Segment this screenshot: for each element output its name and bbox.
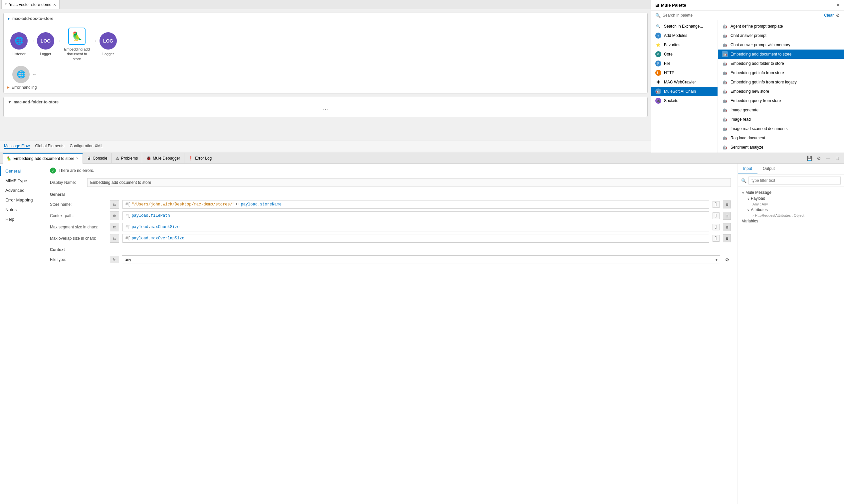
flow-header-2[interactable]: ▼ mac-add-folder-to-store: [8, 100, 643, 104]
palette-right-embed-get-info[interactable]: 🤖 Embedding get info from store: [718, 68, 844, 77]
palette-right-sentiment[interactable]: 🤖 Sentiment analyze: [718, 143, 844, 152]
tab-embedding-config[interactable]: 🦜 Embedding add document to store ✕: [3, 153, 83, 164]
file-type-expr-icon[interactable]: ⚙: [724, 256, 731, 263]
rag-icon: 🤖: [722, 135, 728, 141]
embed-get-legacy-label: Embedding get info from store legacy: [730, 80, 797, 85]
palette-item-sockets[interactable]: 🔌 Sockets: [651, 96, 718, 105]
palette-clear-btn[interactable]: Clear: [824, 13, 834, 18]
palette-item-core[interactable]: ⚙ Core: [651, 50, 718, 59]
flow-name-1: mac-add-doc-to-store: [12, 16, 53, 21]
palette-right-image-scan[interactable]: 🤖 Image read scanned documents: [718, 124, 844, 133]
tab-debugger[interactable]: 🐞 Mule Debugger: [142, 153, 184, 164]
nav-general[interactable]: General: [0, 166, 43, 176]
back-arrow-row: 🌐 ←: [7, 66, 644, 83]
palette-right-tools-ai[interactable]: 🤖 Tools use ai service: [718, 152, 844, 152]
tab-problems[interactable]: ⚠ Problems: [111, 153, 142, 164]
tab-error-log[interactable]: ❗ Error Log: [184, 153, 216, 164]
nav-mime-type[interactable]: MIME Type: [0, 176, 43, 185]
palette-item-search-exchange[interactable]: 🔍 Search in Exchange...: [651, 22, 718, 31]
nav-advanced[interactable]: Advanced: [0, 185, 43, 195]
form-row-max-segment: Max segment size in chars: fx #[ payload…: [50, 223, 731, 231]
tab-error-icon: ❗: [188, 156, 193, 161]
tab-embed-close[interactable]: ✕: [76, 157, 79, 160]
tree-payload[interactable]: ∨ Payload: [746, 196, 841, 201]
max-overlap-map-btn[interactable]: ⊞: [723, 234, 731, 242]
tree-http-attrs: › HttpRequestAttributes : Object: [751, 213, 841, 218]
palette-item-file[interactable]: F File: [651, 59, 718, 68]
palette-right-rag[interactable]: 🤖 Rag load document: [718, 133, 844, 143]
nav-notes[interactable]: Notes: [0, 205, 43, 214]
palette-item-add-modules[interactable]: + Add Modules: [651, 31, 718, 40]
store-name-field[interactable]: #[ "/Users/john.wick/Desktop/mac-demo/st…: [122, 200, 709, 209]
palette-right-agent-prompt[interactable]: 🤖 Agent define prompt template: [718, 22, 844, 31]
palette-item-http[interactable]: H HTTP: [651, 68, 718, 77]
tab-global-elements[interactable]: Global Elements: [35, 144, 64, 149]
palette-item-mac-webcrawler[interactable]: 🕷 MAC WebCrawler: [651, 77, 718, 87]
flow-node-logger1[interactable]: LOG Logger: [37, 32, 54, 56]
palette-gear-icon[interactable]: ⚙: [836, 13, 840, 18]
canvas-bottom-tabs: Message Flow Global Elements Configurati…: [0, 141, 651, 151]
palette-right-embed-query[interactable]: 🤖 Embedding query from store: [718, 96, 844, 105]
embed-add-folder-label: Embedding add folder to store: [730, 61, 784, 66]
file-type-fx-toggle[interactable]: fx: [110, 256, 119, 263]
right-tab-input[interactable]: Input: [738, 164, 757, 174]
maximize-btn[interactable]: □: [833, 154, 841, 162]
right-tab-output[interactable]: Output: [757, 164, 780, 174]
display-name-input[interactable]: [87, 178, 731, 187]
canvas-main-tab[interactable]: * *mac-vector-store-demo ✕: [1, 0, 59, 9]
sentiment-icon: 🤖: [722, 144, 728, 150]
palette-item-mulesoft-ai[interactable]: 🤖 MuleSoft AI Chain: [651, 87, 718, 96]
palette-right-embed-new[interactable]: 🤖 Embedding new store: [718, 87, 844, 96]
tree-variables[interactable]: Variables: [740, 218, 841, 224]
save-btn[interactable]: 💾: [805, 154, 813, 162]
context-path-map-btn[interactable]: ⊞: [723, 212, 731, 220]
canvas-tab-modified: *: [5, 2, 7, 7]
nav-error-mapping[interactable]: Error Mapping: [0, 195, 43, 205]
palette-right-image-generate[interactable]: 🤖 Image generate: [718, 105, 844, 115]
nav-help[interactable]: Help: [0, 214, 43, 224]
context-path-field[interactable]: #[ payload.filePath: [122, 212, 709, 220]
file-type-select[interactable]: any: [122, 255, 720, 264]
max-segment-field[interactable]: #[ payload.maxChunkSize: [122, 223, 709, 231]
right-panel-tabs: Input Output: [738, 164, 844, 175]
max-segment-expr-btn[interactable]: fx: [110, 223, 119, 231]
minimize-btn[interactable]: —: [824, 154, 832, 162]
max-overlap-expr-btn[interactable]: fx: [110, 234, 119, 243]
core-label: Core: [664, 52, 673, 56]
store-name-expr-btn[interactable]: fx: [110, 200, 119, 209]
form-row-max-overlap: Max overlap size in chars: fx #[ payload…: [50, 234, 731, 243]
palette-right-chat-prompt[interactable]: 🤖 Chat answer prompt: [718, 31, 844, 40]
tab-embed-icon: 🦜: [7, 156, 12, 161]
image-generate-label: Image generate: [730, 108, 758, 112]
tree-attributes[interactable]: ∨ Attributes: [746, 207, 841, 213]
tree-arrow-http: ›: [753, 214, 754, 217]
palette-item-favorites[interactable]: ⭐ Favorites: [651, 40, 718, 50]
palette-right-embed-get-legacy[interactable]: 🤖 Embedding get info from store legacy: [718, 77, 844, 87]
filter-box: 🔍: [738, 175, 844, 187]
palette-search-input[interactable]: [662, 13, 822, 18]
file-type-label: File type:: [50, 257, 106, 262]
palette-right-chat-memory[interactable]: 🤖 Chat answer prompt with memory: [718, 40, 844, 50]
config-btn[interactable]: ⚙: [815, 154, 823, 162]
palette-close-icon[interactable]: ✕: [836, 3, 840, 8]
tree-mule-message[interactable]: ∨ Mule Message: [740, 190, 841, 196]
palette-right-embed-add-doc[interactable]: 🤖 Embedding add document to store: [718, 50, 844, 59]
store-name-map-btn[interactable]: ⊞: [723, 200, 731, 209]
flow-nodes-1: 🌐 Listener → LOG Logger → 🦜 Embedding ad…: [7, 24, 644, 65]
filter-input[interactable]: [748, 177, 841, 184]
palette-content: 🔍 Search in Exchange... + Add Modules ⭐ …: [651, 20, 844, 152]
palette-right-embed-add-folder[interactable]: 🤖 Embedding add folder to store: [718, 59, 844, 68]
max-overlap-field[interactable]: #[ payload.maxOverlapSize: [122, 234, 709, 243]
canvas-tab-close[interactable]: ✕: [53, 3, 56, 7]
flow-header-1[interactable]: ▼ mac-add-doc-to-store: [7, 16, 644, 21]
flow-node-logger2[interactable]: LOG Logger: [100, 32, 117, 56]
flow-node-embedding[interactable]: 🦜 Embedding add document to store: [64, 28, 90, 61]
palette-right-image-read[interactable]: 🤖 Image read: [718, 115, 844, 124]
max-segment-map-btn[interactable]: ⊞: [723, 223, 731, 231]
tab-message-flow[interactable]: Message Flow: [4, 144, 30, 149]
tab-config-xml[interactable]: Configuration XML: [70, 144, 103, 149]
error-handling[interactable]: ▶ Error handling: [7, 83, 644, 90]
flow-node-listener[interactable]: 🌐 Listener: [10, 32, 28, 56]
tab-console[interactable]: 🖥 Console: [83, 153, 111, 164]
context-path-expr-btn[interactable]: fx: [110, 212, 119, 220]
